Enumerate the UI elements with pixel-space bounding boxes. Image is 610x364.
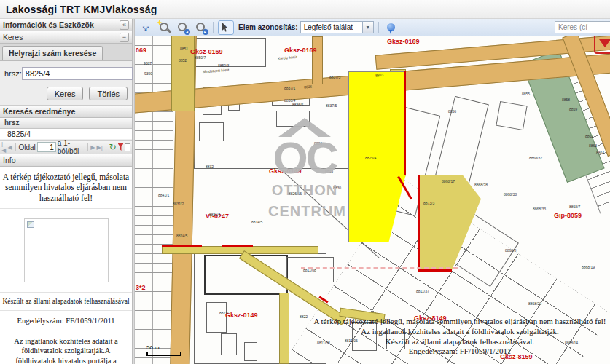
results-grid: 8825/4 bbox=[0, 129, 132, 140]
sidebar-title: Információk és Eszközök bbox=[3, 20, 94, 29]
broken-image-icon bbox=[27, 221, 34, 228]
parcel-number-label: 8868/38 bbox=[504, 192, 517, 197]
building-outline bbox=[206, 302, 227, 333]
watermark-line2: CENTRUM bbox=[268, 201, 341, 222]
parcel-number-label: 8856 bbox=[448, 109, 456, 114]
first-page-button[interactable]: |◀ bbox=[1, 141, 6, 154]
page-label: Oldal bbox=[18, 143, 35, 151]
zoom-full-extent-button[interactable]: ↔↔ bbox=[138, 20, 154, 35]
search-tabstrip: Helyrajzi szám keresése bbox=[0, 44, 132, 61]
scale-label: 50 m bbox=[146, 344, 160, 351]
parcel-number-label: 8851 bbox=[180, 47, 188, 51]
info-landoffice-line: Az ingatlanok közhiteles adatait a földh… bbox=[0, 331, 132, 364]
previous-extent-button[interactable]: ◂ bbox=[174, 20, 190, 35]
search-form: hrsz: Keres Törlés bbox=[0, 61, 132, 106]
watermark: OC OTTHON CENTRUM bbox=[268, 118, 341, 222]
zoom-icon bbox=[158, 21, 171, 33]
parcel-number-label: 8868/17 bbox=[442, 179, 455, 183]
results-column-header[interactable]: hrsz bbox=[0, 118, 132, 129]
result-row[interactable]: 8825/4 bbox=[0, 129, 132, 140]
zone-label: Gksz-0169 bbox=[387, 38, 420, 45]
street-name-label: 8836 bbox=[304, 84, 313, 90]
parcel-number-label: 9387 bbox=[144, 61, 152, 66]
map-canvas[interactable]: OC OTTHON CENTRUM 069Gksz-0169Gksz-0169G… bbox=[135, 36, 610, 364]
parcel-number-label: 8863 bbox=[589, 143, 597, 148]
parcel-number-label: 8858 bbox=[562, 98, 570, 102]
building-outline bbox=[435, 96, 489, 183]
parcel-number-label: 8868/8 bbox=[505, 248, 516, 253]
minimize-panel-button[interactable]: − bbox=[120, 33, 129, 42]
red-parcel-border bbox=[418, 269, 452, 272]
page-number-input[interactable] bbox=[37, 142, 56, 152]
selected-road-branch bbox=[279, 293, 289, 364]
street-name-label: Károly körút bbox=[278, 55, 297, 60]
app-window: Lakossági TRT KMJVlakosság Információk é… bbox=[0, 0, 610, 364]
results-panel-header: Keresés eredménye bbox=[0, 106, 132, 118]
chevron-down-icon[interactable]: ▼ bbox=[362, 22, 373, 33]
parcel-number-label: 8824/5 bbox=[176, 234, 187, 238]
parcel-number-label: 8841/1 bbox=[158, 193, 169, 197]
parcel-number-label: 8850/7 bbox=[195, 55, 206, 60]
map-disclaimer: A térkép tájékoztató jellegű, másolata s… bbox=[311, 317, 609, 357]
collapse-panel-button[interactable]: « bbox=[120, 20, 129, 30]
prev-page-button[interactable]: ◀ bbox=[7, 144, 12, 151]
page-title: Lakossági TRT KMJVlakosság bbox=[6, 4, 157, 15]
parcel-number-label: 8822 bbox=[300, 314, 308, 319]
full-extent-icon: ↔↔ bbox=[140, 22, 152, 33]
identify-tool-button[interactable] bbox=[218, 20, 234, 35]
parcel-number-label: 8837/1 bbox=[284, 86, 295, 90]
zone-label: 3*2 bbox=[136, 284, 146, 291]
clear-button[interactable]: Törlés bbox=[89, 87, 128, 100]
map-disclaimer-line: Készült az állami alapadatok felhasználá… bbox=[311, 337, 609, 347]
after-page-label: a 1-ból/ből bbox=[58, 139, 85, 155]
identify-mode-select[interactable]: Legfelső találat ▼ bbox=[300, 21, 374, 33]
info-landoffice-text: Az ingatlanok közhiteles adatait a földh… bbox=[14, 337, 117, 364]
marker-tool-button[interactable] bbox=[383, 20, 399, 35]
sidebar: Információk és Eszközök « Keres − Helyra… bbox=[0, 19, 133, 364]
parcel-number-label: 8852 bbox=[179, 58, 187, 63]
zoom-tool-button[interactable] bbox=[156, 20, 172, 35]
zoom-previous-icon: ◂ bbox=[176, 21, 189, 33]
red-accent bbox=[162, 245, 202, 247]
search-panel-title: Keres bbox=[3, 33, 23, 41]
paging-toolbar: |◀ ◀ Oldal a 1-ból/ből ▶ ▶| ↻ bbox=[0, 140, 132, 154]
info-image-placeholder bbox=[24, 218, 109, 282]
map-marker-icon bbox=[387, 23, 395, 31]
street-name-label: Mindszenti körút bbox=[203, 68, 230, 74]
next-page-button[interactable]: ▶ bbox=[90, 144, 95, 151]
tab-parcel-number-search[interactable]: Helyrajzi szám keresése bbox=[2, 46, 103, 60]
pink-dashed-line bbox=[301, 267, 458, 269]
zone-label: Gksz-0169 bbox=[190, 48, 223, 55]
search-panel-header: Keres − bbox=[0, 31, 132, 44]
red-parcel-border bbox=[404, 71, 406, 175]
export-page-icon[interactable] bbox=[125, 143, 130, 151]
road-stub bbox=[312, 36, 323, 84]
refresh-icon[interactable]: ↻ bbox=[109, 143, 117, 151]
map-search-input[interactable] bbox=[555, 21, 610, 33]
identify-mode-value: Legfelső találat bbox=[301, 23, 362, 31]
next-extent-button[interactable]: ▸ bbox=[192, 20, 208, 35]
red-parcel-border bbox=[418, 175, 420, 272]
search-button[interactable]: Keres bbox=[47, 87, 84, 100]
red-accent bbox=[222, 245, 253, 247]
clear-filter-icon[interactable] bbox=[118, 143, 124, 151]
zone-label: Gksz-0169 bbox=[284, 47, 317, 54]
last-page-button[interactable]: ▶| bbox=[97, 144, 103, 151]
hrsz-label: hrsz: bbox=[4, 69, 22, 78]
parcel-number-label: 8855 bbox=[522, 92, 530, 96]
scale-bar-line bbox=[146, 352, 181, 356]
watermark-logo: OC bbox=[268, 137, 341, 180]
hrsz-input[interactable] bbox=[22, 67, 133, 80]
parcel-number-label: 8832 bbox=[206, 165, 214, 169]
parcel-number-label: 8811/37 bbox=[416, 289, 429, 293]
info-panel-header: Info bbox=[0, 154, 132, 167]
parcel-number-label: 8837/5 bbox=[326, 103, 337, 108]
info-permit-line: Engedélyszám: FF/1059/1/2011 bbox=[0, 311, 132, 331]
zoom-next-icon: ▸ bbox=[195, 21, 207, 33]
info-panel-title: Info bbox=[3, 156, 16, 165]
results-panel-title: Keresés eredménye bbox=[3, 107, 75, 116]
parcel-number-label: 8831/4 bbox=[209, 213, 220, 217]
identify-label: Elem azonosítás: bbox=[238, 23, 298, 31]
map-toolbar: ↔↔ ◂ ▸ Elem azonosítás: Legfelső találat bbox=[135, 19, 610, 36]
watermark-line1: OTTHON bbox=[268, 180, 341, 201]
